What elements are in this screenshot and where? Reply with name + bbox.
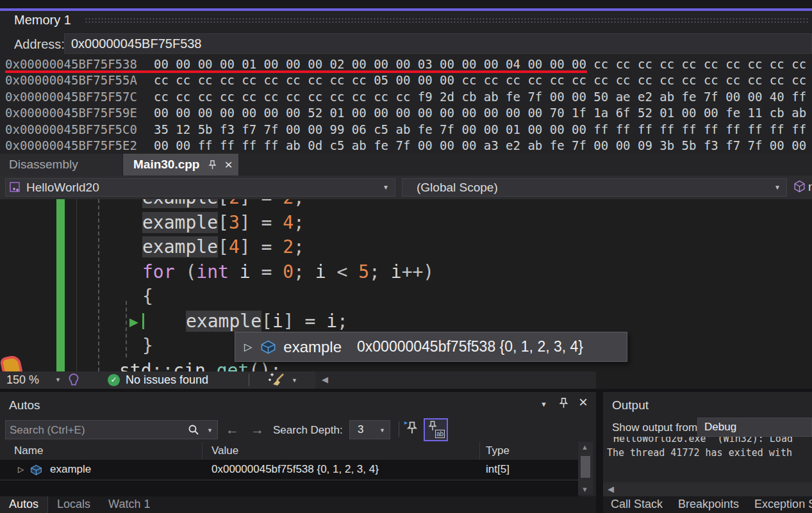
tab-locals[interactable]: Locals	[48, 496, 99, 513]
memory-drag-grip[interactable]	[85, 17, 808, 23]
flag-pinned-icon[interactable]	[406, 421, 418, 437]
close-tab-icon[interactable]: ×	[224, 158, 232, 171]
field-icon	[260, 338, 277, 355]
window-position-icon[interactable]: ▼	[540, 400, 547, 408]
tab-main30-cpp[interactable]: Main30.cpp ×	[123, 154, 238, 175]
code-token: =	[261, 261, 283, 282]
column-header-value[interactable]: Value	[211, 444, 238, 457]
code-token: i	[272, 311, 283, 332]
visual-studio-debugger-window: Memory 1 Address: 0x00000045BF75F53800 0…	[0, 0, 812, 513]
show-output-from-label: Show output from:	[612, 421, 700, 434]
memory-row[interactable]: 0x00000045BF75F5C035 12 5b f3 f7 7f 00 0…	[0, 122, 812, 138]
chevron-down-icon[interactable]: ▼	[55, 377, 61, 383]
column-header-name[interactable]: Name	[14, 444, 43, 457]
memory-accent-line	[0, 8, 812, 11]
chevron-down-icon[interactable]: ▼	[207, 427, 213, 434]
scroll-left-arrow-icon[interactable]: ◀	[322, 375, 328, 384]
tab-exception-settings[interactable]: Exception S	[747, 496, 812, 513]
code-token: example	[142, 199, 218, 208]
vertical-scrollbar[interactable]: ▲ ▼	[578, 442, 593, 494]
datatip-variable-name: example	[283, 338, 342, 356]
scroll-left-arrow-icon[interactable]: ◀	[608, 484, 614, 494]
code-token: i	[326, 311, 337, 332]
tab-call-stack[interactable]: Call Stack	[603, 496, 670, 513]
pin-tab-icon[interactable]	[208, 160, 217, 170]
intellicode-icon[interactable]	[67, 373, 81, 389]
code-token: i	[391, 261, 402, 282]
horizontal-scrollbar[interactable]: ◀	[603, 482, 812, 496]
project-dropdown-value: HelloWorld20	[26, 181, 99, 195]
search-depth-label: Search Depth:	[273, 424, 343, 437]
watch-tab-strip: Autos Locals Watch 1	[0, 496, 596, 513]
memory-row-bytes: cc cc cc cc cc cc cc cc cc cc cc cc f9 2…	[154, 89, 806, 105]
tab-watch-1[interactable]: Watch 1	[99, 496, 159, 513]
code-token: 4	[229, 236, 240, 257]
field-icon	[29, 463, 43, 476]
memory-row[interactable]: 0x00000045BF75F59E00 00 00 00 00 00 00 5…	[0, 105, 812, 121]
code-token: i	[315, 261, 337, 282]
output-source-dropdown[interactable]: Debug	[697, 418, 812, 437]
autos-row-value: 0x00000045bf75f538 {0, 1, 2, 3, 4}	[211, 463, 379, 476]
code-token: ;	[337, 311, 348, 332]
ab-label: ab	[435, 430, 445, 438]
scrollbar-thumb[interactable]	[581, 456, 590, 478]
code-token: =	[294, 311, 327, 332]
memory-hex-grid[interactable]: 0x00000045BF75F53800 00 00 00 01 00 00 0…	[0, 56, 812, 154]
memory-row[interactable]: 0x00000045BF75F53800 00 00 00 01 00 00 0…	[0, 56, 812, 72]
debugger-datatip[interactable]: ▷ example 0x00000045bf75f538 {0, 1, 2, 3…	[235, 332, 627, 362]
code-token: 2	[283, 199, 294, 208]
chevron-down-icon: ▼	[383, 184, 389, 191]
tab-disassembly[interactable]: Disassembly	[0, 154, 123, 175]
horizontal-scrollbar[interactable]: ◀	[315, 371, 596, 389]
search-depth-dropdown[interactable]: 3 ▼	[349, 420, 390, 439]
address-input[interactable]	[64, 33, 812, 54]
scroll-up-arrow-icon[interactable]: ▲	[581, 443, 588, 451]
scope-dropdown[interactable]: (Global Scope) ▼	[402, 178, 787, 197]
code-token: )	[423, 261, 434, 282]
chevron-down-icon: ▼	[379, 427, 385, 434]
expand-arrow-icon[interactable]: ▷	[244, 341, 252, 353]
code-token: =	[251, 212, 283, 233]
code-token: example	[186, 311, 261, 332]
code-token: [	[218, 199, 229, 208]
code-token: cin	[173, 360, 206, 372]
code-line: example[4] = 2;	[0, 234, 812, 259]
search-input[interactable]	[8, 421, 174, 439]
tab-autos[interactable]: Autos	[0, 496, 48, 513]
code-token: ]	[240, 199, 251, 208]
chevron-down-icon[interactable]: ▼	[292, 377, 297, 384]
memory-row-address: 0x00000045BF75F55A	[5, 72, 137, 88]
memory-row[interactable]: 0x00000045BF75F57Ccc cc cc cc cc cc cc c…	[0, 89, 812, 105]
code-token: 0	[283, 261, 294, 282]
project-dropdown[interactable]: HelloWorld20 ▼	[5, 178, 395, 197]
code-token: [	[218, 236, 229, 257]
output-panel-title: Output	[612, 398, 649, 412]
column-header-type[interactable]: Type	[486, 444, 510, 457]
vertical-splitter[interactable]	[596, 392, 603, 513]
memory-row[interactable]: 0x00000045BF75F55Acc cc cc cc cc cc cc c…	[0, 72, 812, 88]
code-cleanup-broom-icon[interactable]	[267, 372, 286, 391]
current-statement-bar	[142, 313, 144, 329]
autos-panel: Autos ▼ × ▼ ← → Search Depth: 3 ▼ ▸	[0, 392, 596, 513]
scroll-down-arrow-icon[interactable]: ▼	[581, 485, 588, 493]
close-window-icon[interactable]: ×	[579, 395, 588, 410]
tab-breakpoints[interactable]: Breakpoints	[670, 496, 747, 513]
output-log[interactable]: HelloWorld20.exe' (Win32): Load The thre…	[603, 437, 812, 482]
autos-row[interactable]: ▷example0x00000045bf75f538 {0, 1, 2, 3, …	[0, 460, 578, 480]
search-icon[interactable]	[188, 424, 199, 436]
cpp-project-icon	[9, 181, 21, 193]
memory-row[interactable]: 0x00000045BF75F5E200 00 ff ff ff ff ab 0…	[0, 138, 812, 154]
search-forward-arrow-icon[interactable]: →	[251, 422, 264, 437]
pin-member-values-toggle[interactable]: ab	[424, 418, 448, 441]
zoom-level-value[interactable]: 150 %	[6, 373, 39, 387]
code-token: ]	[240, 236, 251, 257]
code-token: ]	[240, 212, 251, 233]
member-dropdown-partial[interactable]: m	[808, 180, 812, 194]
no-issues-check-icon: ✓	[108, 374, 120, 386]
expand-arrow-icon[interactable]: ▷	[18, 465, 24, 474]
document-tab-strip: Disassembly Main30.cpp ×	[0, 154, 812, 175]
current-statement-arrow-icon: ▶	[129, 309, 138, 334]
search-back-arrow-icon[interactable]: ←	[226, 422, 239, 437]
tab-label: Main30.cpp	[133, 158, 199, 172]
pin-window-icon[interactable]	[559, 398, 568, 411]
